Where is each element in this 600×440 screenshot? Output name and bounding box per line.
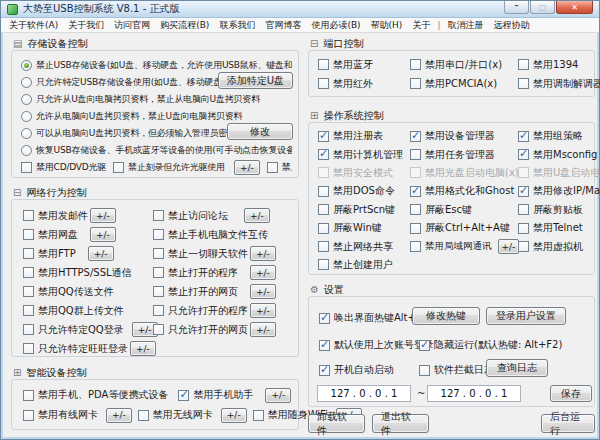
- plusminus-button[interactable]: +/-: [90, 227, 116, 242]
- exit-button[interactable]: 退出软件: [372, 414, 429, 433]
- minimize-button[interactable]: [504, 1, 529, 14]
- checkbox-disable-lan-comm[interactable]: 禁用局域网通讯+/-: [410, 239, 518, 254]
- menu-about[interactable]: 关于: [407, 19, 435, 32]
- checkbox-icon: [153, 324, 164, 335]
- checkbox-disable-phone-assistant[interactable]: 禁用手机助手: [178, 388, 253, 402]
- checkbox-block-ctrl-alt-a[interactable]: 屏蔽Ctrl+Alt+A键: [410, 221, 518, 235]
- checkbox-autostart[interactable]: 开机自动启动: [319, 363, 394, 377]
- checkbox-allow-specific-qq[interactable]: 只允许特定QQ登录: [23, 323, 124, 337]
- checkbox-disable-registry[interactable]: 禁用注册表: [318, 129, 410, 143]
- checkbox-disable-qq-group-upload[interactable]: 禁用QQ群上传文件: [23, 304, 124, 318]
- checkbox-block-webpages[interactable]: 禁止打开的网页: [153, 285, 238, 299]
- checkbox-disable-infrared[interactable]: 禁用红外: [318, 77, 410, 91]
- checkbox-disable-computer-mgmt[interactable]: 禁用计算机管理: [318, 148, 410, 162]
- login-user-settings-button[interactable]: 登录用户设置: [486, 307, 566, 325]
- checkbox-disable-bluetooth[interactable]: 禁用蓝牙: [318, 58, 410, 72]
- background-run-button[interactable]: 后台运行: [541, 414, 595, 433]
- menu-visit-site[interactable]: 访问官网: [109, 19, 155, 32]
- checkbox-disable-email[interactable]: 禁用发邮件: [23, 209, 88, 223]
- checkbox-disable-https[interactable]: 禁用HTTPS/SSL通信: [23, 266, 132, 280]
- radio-pc-to-usb-only[interactable]: 允许从电脑向U盘拷贝资料，禁止U盘向电脑拷贝资料: [21, 110, 242, 123]
- checkbox-block-clipboard[interactable]: 屏蔽剪贴板: [518, 203, 600, 217]
- plusminus-button[interactable]: +/-: [498, 239, 520, 254]
- checkbox-disable-wireless-nic[interactable]: 禁用无线网卡: [138, 408, 213, 422]
- radio-copy-with-password[interactable]: 可以从电脑向U盘拷贝资料，但必须输入管理员密码: [21, 127, 236, 140]
- checkbox-disable-netdisk[interactable]: 禁用网盘: [23, 228, 78, 242]
- menu-bar: 关于软件(A) 关于我们 访问官网 购买流程(B) 联系我们 官网博客 使用必读…: [1, 18, 599, 33]
- ip-range-end-input[interactable]: 127 . 0 . 0 . 1: [427, 385, 521, 402]
- checkbox-block-create-user[interactable]: 禁止创建用户: [318, 258, 410, 272]
- checkbox-hidden-run[interactable]: 隐藏运行(默认热键: Alt+F2): [419, 338, 562, 352]
- plusminus-button[interactable]: +/-: [130, 341, 156, 356]
- menu-help[interactable]: 帮助(H): [366, 19, 408, 32]
- menu-cancel-register[interactable]: 取消注册: [442, 19, 488, 32]
- checkbox-disable-phone-pda[interactable]: 禁用手机、PDA等便携式设备: [23, 388, 168, 402]
- checkbox-disable-dos[interactable]: 禁用DOS命令: [318, 184, 410, 198]
- checkbox-disable-msconfig[interactable]: 禁用Msconfig: [518, 148, 600, 162]
- checkbox-disable-wired-nic[interactable]: 禁用有线网卡: [23, 408, 98, 422]
- checkbox-block-esc[interactable]: 屏蔽Esc键: [410, 203, 518, 217]
- plusminus-button[interactable]: +/-: [234, 160, 260, 175]
- checkbox-disable-pcmcia[interactable]: 禁用PCMCIA(x): [410, 77, 518, 91]
- menu-about-software[interactable]: 关于软件(A): [4, 19, 63, 32]
- plusminus-button[interactable]: +/-: [244, 208, 270, 223]
- checkbox-block-win-key[interactable]: 屏蔽Win键: [318, 221, 410, 235]
- save-button[interactable]: 保存: [550, 385, 592, 402]
- plusminus-button[interactable]: +/-: [88, 246, 114, 261]
- checkbox-disable-format-ghost[interactable]: 禁用格式化和Ghost: [410, 184, 518, 198]
- menu-contact[interactable]: 联系我们: [214, 19, 260, 32]
- checkbox-block-all-chat[interactable]: 禁止一切聊天软件: [153, 247, 248, 261]
- uninstall-button[interactable]: 卸载软件: [308, 414, 365, 433]
- checkbox-allow-only-programs[interactable]: 只允许打开的程序: [153, 304, 248, 318]
- modify-password-button[interactable]: 修改: [227, 123, 293, 140]
- plusminus-button[interactable]: +/-: [250, 246, 276, 261]
- checkbox-allow-specific-wangwang[interactable]: 只允许特定旺旺登录: [23, 342, 128, 356]
- menu-blog[interactable]: 官网博客: [260, 19, 306, 32]
- radio-restore-usb[interactable]: 恢复USB存储设备、手机或蓝牙等设备的使用(可手动点击恢复设备): [21, 144, 292, 157]
- checkbox-disable-telnet[interactable]: 禁用Telnet: [518, 221, 600, 235]
- plusminus-button[interactable]: +/-: [250, 265, 276, 280]
- checkbox-intercept-log[interactable]: 软件拦截日志: [419, 363, 494, 377]
- radio-usb-to-pc-only[interactable]: 只允许从U盘向电脑拷贝资料，禁止从电脑向U盘拷贝资料: [21, 93, 260, 106]
- menu-purchase[interactable]: 购买流程(B): [155, 19, 214, 32]
- query-log-button[interactable]: 查询日志: [486, 359, 548, 377]
- radio-block-usb-storage[interactable]: 禁止USB存储设备(如U盘、移动硬盘，允许使用USB鼠标、键盘和加密狗): [21, 59, 292, 72]
- plusminus-button[interactable]: +/-: [106, 408, 132, 423]
- add-specific-usb-button[interactable]: 添加特定U盘: [218, 72, 293, 89]
- plusminus-button[interactable]: +/-: [221, 408, 247, 423]
- checkbox-block-burning[interactable]: 禁止刻录但允许光驱使用: [113, 161, 225, 174]
- plusminus-button[interactable]: +/-: [250, 322, 276, 337]
- checkbox-icon: [318, 186, 329, 197]
- menu-must-read[interactable]: 使用必读(B): [306, 19, 365, 32]
- checkbox-disable-device-manager[interactable]: 禁用设备管理器: [410, 129, 518, 143]
- menu-about-us[interactable]: 关于我们: [63, 19, 109, 32]
- checkbox-disable-1394[interactable]: 禁用1394: [518, 58, 600, 72]
- checkbox-disable-serial-parallel[interactable]: 禁用串口/并口(x): [410, 58, 518, 72]
- ip-range-start-input[interactable]: 127 . 0 . 0 . 1: [317, 385, 411, 402]
- menu-remote-assist[interactable]: 远程协助: [488, 19, 534, 32]
- plusminus-button[interactable]: +/-: [250, 303, 276, 318]
- checkbox-last-account-login[interactable]: 默认使用上次账号登录: [319, 338, 434, 352]
- checkbox-block-phone-pc-transfer[interactable]: 禁止手机电脑文件互传: [153, 228, 268, 242]
- checkbox-allow-only-webpages[interactable]: 只允许打开的网页: [153, 323, 248, 337]
- checkbox-disable-modem[interactable]: 禁用调制解调器: [518, 77, 600, 91]
- checkbox-block-network-share[interactable]: 禁止网络共享: [318, 240, 410, 254]
- plusminus-button[interactable]: +/-: [250, 284, 276, 299]
- checkbox-disable-task-manager[interactable]: 禁用任务管理器: [410, 148, 518, 162]
- modify-hotkey-button[interactable]: 修改热键: [412, 307, 480, 325]
- radio-allow-specific-usb[interactable]: 只允许特定USB存储设备使用(如U盘、移动硬盘): [21, 76, 225, 89]
- plusminus-button[interactable]: +/-: [90, 208, 116, 223]
- checkbox-disable-ftp[interactable]: 禁用FTP: [23, 247, 76, 261]
- checkbox-label: 禁用串口/并口(x): [425, 58, 502, 72]
- checkbox-disable-ip-mac-change[interactable]: 禁用修改IP/Mac: [518, 184, 600, 198]
- checkbox-disable-qq-file[interactable]: 禁用QQ传送文件: [23, 285, 114, 299]
- checkbox-block-prtscn[interactable]: 屏蔽PrtScn键: [318, 203, 410, 217]
- plusminus-button[interactable]: +/-: [265, 388, 291, 403]
- checkbox-disable-cddvd[interactable]: 禁用CD/DVD光驱: [21, 161, 106, 174]
- close-button[interactable]: [556, 1, 593, 14]
- checkbox-block-forums[interactable]: 禁止访问论坛: [153, 209, 228, 223]
- checkbox-disable-floppy[interactable]: 禁止软驱: [267, 161, 292, 174]
- checkbox-disable-vm[interactable]: 禁用虚拟机: [518, 240, 600, 254]
- checkbox-block-programs[interactable]: 禁止打开的程序: [153, 266, 238, 280]
- checkbox-disable-group-policy[interactable]: 禁用组策略: [518, 129, 600, 143]
